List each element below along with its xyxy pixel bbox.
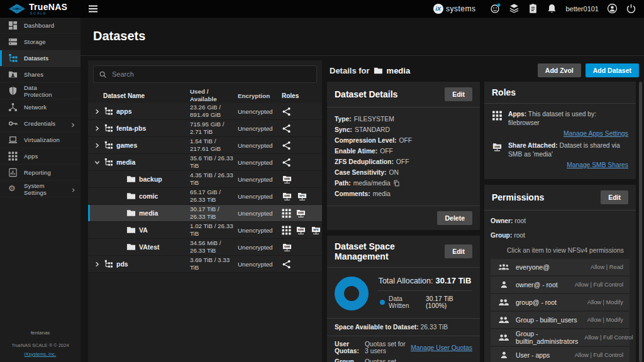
tree-icon [104,141,113,150]
detail-field: Path:media/media [335,178,472,189]
table-row[interactable]: games 1.54 TiB / 217.61 GiB Unencrypted [88,137,322,154]
sidebar-item[interactable]: Network [0,99,80,116]
ix-roundel-icon: iX [433,4,443,14]
chev_r-icon[interactable] [93,107,101,115]
title-divider [80,55,644,56]
bell-icon[interactable] [547,3,557,14]
layers-icon[interactable] [509,3,519,14]
permission-item[interactable]: group@ - root Allow | Modify [491,294,630,310]
permission-item[interactable]: Group - builtin_administrators Allow | F… [491,329,630,346]
permissions-edit-button[interactable]: Edit [601,190,628,204]
truenas-datasets-page: TrueNAS SCALE iX systems better0101 [0,0,644,362]
share-icon [282,141,291,150]
allocation-donut-chart [335,277,369,310]
datasets-icon [8,53,18,63]
smb-icon: SMB [282,192,292,201]
role-manage-link[interactable]: Manage Apps Settings [564,130,628,137]
chev_r-icon[interactable] [93,260,101,268]
add-dataset-button[interactable]: Add Dataset [586,63,639,77]
power-icon[interactable] [626,3,636,14]
permissions-title: Permissions [492,192,544,202]
table-row[interactable]: media 35.6 TiB / 26.33 TiB Unencrypted [88,154,322,171]
user2-icon [498,315,509,324]
permission-item[interactable]: User - apps Allow | Full Control [491,347,630,362]
clipboard-icon[interactable] [528,3,538,14]
chev_r-icon [70,121,75,126]
manage-quotas-link[interactable]: Manage User Quotas [411,344,472,351]
nfs-icon: NFS [311,226,321,235]
col-encryption: Encryption [234,92,279,99]
folder-icon [126,226,136,234]
chev_r-icon[interactable] [93,124,101,132]
sidebar: Dashboard Storage Datasets Shares Da [0,18,80,362]
space-management-card: Dataset Space Management Edit Total Allo… [327,236,480,362]
ixsystems-link[interactable]: iXsystems, Inc. [25,351,56,357]
table-row[interactable]: backup 4.35 TiB / 26.33 TiB Unencrypted … [88,171,322,188]
role-block: Apps: This dataset is used by: filebrows… [492,110,628,137]
details-title: Details for media [330,66,410,75]
user2-icon [498,333,509,341]
tree-icon [104,158,113,167]
svg-text:SMB: SMB [284,177,290,180]
table-body: apps 23.26 GiB / 891.49 GiB Unencrypted … [88,103,322,273]
share-icon [282,158,291,167]
smiley-icon[interactable] [490,3,501,14]
sidebar-item[interactable]: Reporting [0,165,80,181]
col-dataset-name: Dataset Name [88,92,190,99]
folder-icon [126,175,136,184]
chev_d-icon[interactable] [93,158,101,166]
sidebar-item[interactable]: Datasets [0,50,80,67]
data-written-legend: Data Written 30.17 TiB (100%) [377,290,472,310]
key-icon [8,119,18,128]
table-row[interactable]: VAtest 34.56 MiB / 26.33 TiB Unencrypted… [88,239,322,256]
smb-icon: SMB [282,175,292,184]
share-icon [282,260,291,269]
svg-text:NFS: NFS [299,194,304,197]
truenas-logo[interactable]: TrueNAS SCALE [0,3,80,15]
table-row[interactable]: pds 3.69 TiB / 3.33 TiB Unencrypted [88,256,322,273]
table-row[interactable]: apps 23.26 GiB / 891.49 GiB Unencrypted [88,103,322,120]
chev_r-icon[interactable] [93,141,101,149]
sidebar-item[interactable]: Data Protection [0,83,80,99]
role-block: SMB Share Attached: Dataset is shared vi… [492,141,628,168]
sidebar-item[interactable]: Virtualization [0,132,80,148]
smb-icon: SMB [492,142,502,152]
sidebar-item[interactable]: Apps [0,148,80,165]
network-icon [8,102,18,112]
sidebar-item[interactable]: Shares [0,67,80,83]
delete-button[interactable]: Delete [437,211,472,225]
col-used-available: Used / Available [190,88,234,103]
permission-item[interactable]: everyone@ Allow | Read [491,259,630,275]
detail-field: ZFS Deduplication:OFF [335,156,472,167]
detail-field: Enable Atime:OFF [335,146,472,156]
sidebar-item[interactable]: Storage [0,34,80,50]
sidebar-item[interactable]: ⚙ System Settings [0,181,80,197]
dataset-details-card: Dataset Details Edit Type:FILESYSTEM Syn… [327,82,480,230]
chev_r-icon [71,187,75,192]
search-box[interactable] [93,65,317,83]
table-row[interactable]: fenta-pbs 715.95 GiB / 2.71 TiB Unencryp… [88,120,322,137]
table-row[interactable]: media 30.17 TiB / 26.33 TiB Unencrypted … [88,205,322,222]
role-manage-link[interactable]: Manage SMB Shares [567,162,628,168]
table-row[interactable]: VA 1.02 TiB / 26.33 TiB Unencrypted SMBN… [88,222,322,239]
svg-text:SMB: SMB [494,145,500,148]
svg-text:SMB: SMB [284,245,290,248]
sidebar-item[interactable]: Dashboard [0,18,80,34]
permission-item[interactable]: owner@ - root Allow | Full Control [491,277,630,293]
table-row[interactable]: comic 65.17 GiB / 26.33 TiB Unencrypted … [88,188,322,205]
topbar-icon-group [490,3,557,14]
copy-icon[interactable] [393,180,400,187]
permission-item[interactable]: Group - builtin_users Allow | Modify [491,312,630,328]
space-edit-button[interactable]: Edit [445,244,472,258]
add-zvol-button[interactable]: Add Zvol [538,63,581,77]
ixsystems-logo: iX systems [433,4,476,14]
shield-icon [8,86,18,96]
dataset-details-edit-button[interactable]: Edit [445,87,472,101]
total-allocation: Total Allocation:30.17 TiB [377,274,472,290]
details-scrollbar[interactable] [639,82,642,362]
hamburger-menu-icon[interactable] [88,4,98,13]
datasets-table-panel: Dataset Name Used / Available Encryption… [88,60,322,362]
account-icon[interactable] [607,3,618,14]
sidebar-item[interactable]: Credentials [0,116,80,132]
search-input[interactable] [112,70,311,78]
